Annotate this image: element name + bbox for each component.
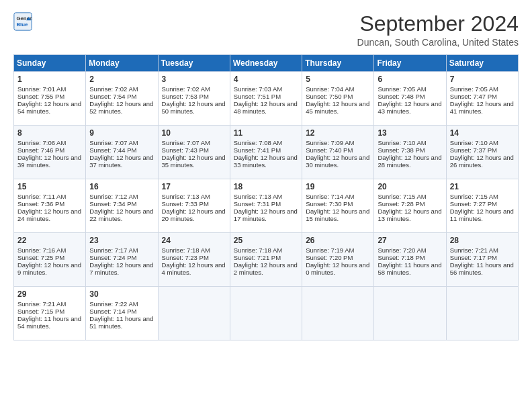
daylight: Daylight: 12 hours and 15 minutes. (306, 208, 369, 222)
calendar-cell: 10Sunrise: 7:07 AMSunset: 7:43 PMDayligh… (158, 126, 230, 179)
sunrise: Sunrise: 7:03 AM (234, 85, 282, 93)
sunrise: Sunrise: 7:14 AM (306, 193, 354, 200)
calendar-cell: 24Sunrise: 7:18 AMSunset: 7:23 PMDayligh… (158, 233, 230, 287)
daylight: Daylight: 12 hours and 54 minutes. (17, 100, 81, 115)
sunset: Sunset: 7:33 PM (162, 200, 209, 208)
daylight: Daylight: 11 hours and 51 minutes. (89, 315, 153, 330)
month-title: September 2024 (357, 12, 519, 36)
day-number: 27 (378, 236, 442, 245)
day-number: 10 (162, 128, 226, 138)
sunrise: Sunrise: 7:17 AM (89, 246, 138, 254)
day-number: 18 (234, 182, 298, 191)
calendar-cell: 29Sunrise: 7:21 AMSunset: 7:15 PMDayligh… (14, 287, 86, 340)
calendar-table: SundayMondayTuesdayWednesdayThursdayFrid… (13, 54, 519, 340)
day-number: 13 (378, 128, 442, 138)
sunrise: Sunrise: 7:18 AM (234, 246, 282, 254)
calendar-cell (302, 287, 374, 340)
sunrise: Sunrise: 7:06 AM (17, 139, 66, 146)
day-number: 23 (89, 236, 154, 245)
calendar-cell: 2Sunrise: 7:02 AMSunset: 7:54 PMDaylight… (86, 72, 158, 126)
sunrise: Sunrise: 7:07 AM (89, 139, 138, 146)
sunset: Sunset: 7:18 PM (378, 254, 425, 261)
day-number: 15 (17, 182, 82, 191)
sunset: Sunset: 7:30 PM (306, 200, 353, 208)
calendar-cell: 7Sunrise: 7:05 AMSunset: 7:47 PMDaylight… (446, 72, 518, 126)
calendar-header-saturday: Saturday (446, 55, 518, 72)
sunrise: Sunrise: 7:05 AM (378, 85, 426, 93)
calendar-cell (446, 287, 518, 340)
sunrise: Sunrise: 7:10 AM (378, 139, 426, 146)
sunset: Sunset: 7:28 PM (378, 200, 425, 208)
sunrise: Sunrise: 7:15 AM (378, 193, 426, 200)
sunset: Sunset: 7:50 PM (306, 93, 353, 100)
calendar-week-row: 22Sunrise: 7:16 AMSunset: 7:25 PMDayligh… (14, 233, 519, 287)
daylight: Daylight: 12 hours and 2 minutes. (234, 261, 298, 276)
sunrise: Sunrise: 7:15 AM (450, 193, 498, 200)
sunrise: Sunrise: 7:13 AM (234, 193, 282, 200)
daylight: Daylight: 12 hours and 11 minutes. (450, 208, 514, 222)
calendar-header-thursday: Thursday (302, 55, 374, 72)
calendar-header-wednesday: Wednesday (230, 55, 302, 72)
calendar-cell: 16Sunrise: 7:12 AMSunset: 7:34 PMDayligh… (86, 179, 158, 233)
calendar-cell (230, 287, 302, 340)
sunrise: Sunrise: 7:01 AM (17, 85, 66, 93)
daylight: Daylight: 12 hours and 4 minutes. (162, 261, 226, 276)
day-number: 26 (306, 236, 370, 245)
daylight: Daylight: 12 hours and 13 minutes. (378, 208, 441, 222)
sunset: Sunset: 7:25 PM (17, 254, 64, 261)
day-number: 19 (306, 182, 370, 191)
calendar-header-sunday: Sunday (14, 55, 86, 72)
daylight: Daylight: 12 hours and 45 minutes. (306, 100, 369, 115)
sunrise: Sunrise: 7:07 AM (162, 139, 210, 146)
location-subtitle: Duncan, South Carolina, United States (357, 37, 519, 48)
day-number: 5 (306, 75, 370, 84)
daylight: Daylight: 12 hours and 30 minutes. (306, 154, 369, 169)
calendar-cell: 21Sunrise: 7:15 AMSunset: 7:27 PMDayligh… (446, 179, 518, 233)
sunrise: Sunrise: 7:02 AM (89, 85, 138, 93)
sunrise: Sunrise: 7:11 AM (17, 193, 66, 200)
sunset: Sunset: 7:31 PM (234, 200, 281, 208)
daylight: Daylight: 12 hours and 28 minutes. (378, 154, 441, 169)
day-number: 25 (234, 236, 298, 245)
daylight: Daylight: 12 hours and 52 minutes. (89, 100, 153, 115)
day-number: 4 (234, 75, 298, 84)
calendar-week-row: 1Sunrise: 7:01 AMSunset: 7:55 PMDaylight… (14, 72, 519, 126)
daylight: Daylight: 12 hours and 50 minutes. (162, 100, 226, 115)
day-number: 21 (450, 182, 515, 191)
calendar-cell: 13Sunrise: 7:10 AMSunset: 7:38 PMDayligh… (374, 126, 446, 179)
sunrise: Sunrise: 7:21 AM (17, 300, 66, 308)
daylight: Daylight: 12 hours and 39 minutes. (17, 154, 81, 169)
sunset: Sunset: 7:20 PM (306, 254, 353, 261)
sunset: Sunset: 7:40 PM (306, 146, 353, 154)
logo-icon: General Blue (13, 12, 32, 31)
calendar-cell: 1Sunrise: 7:01 AMSunset: 7:55 PMDaylight… (14, 72, 86, 126)
calendar-week-row: 29Sunrise: 7:21 AMSunset: 7:15 PMDayligh… (14, 287, 519, 340)
day-number: 11 (234, 128, 298, 138)
calendar-cell: 28Sunrise: 7:21 AMSunset: 7:17 PMDayligh… (446, 233, 518, 287)
calendar-cell (374, 287, 446, 340)
sunset: Sunset: 7:23 PM (162, 254, 209, 261)
calendar-body: 1Sunrise: 7:01 AMSunset: 7:55 PMDaylight… (14, 72, 519, 340)
sunset: Sunset: 7:44 PM (89, 146, 136, 154)
calendar-cell: 20Sunrise: 7:15 AMSunset: 7:28 PMDayligh… (374, 179, 446, 233)
calendar-header-friday: Friday (374, 55, 446, 72)
sunset: Sunset: 7:36 PM (17, 200, 64, 208)
calendar-cell: 4Sunrise: 7:03 AMSunset: 7:51 PMDaylight… (230, 72, 302, 126)
daylight: Daylight: 12 hours and 0 minutes. (306, 261, 369, 276)
calendar-cell: 12Sunrise: 7:09 AMSunset: 7:40 PMDayligh… (302, 126, 374, 179)
sunrise: Sunrise: 7:05 AM (450, 85, 498, 93)
calendar-page: General Blue September 2024 Duncan, Sout… (0, 0, 532, 411)
day-number: 30 (89, 289, 154, 299)
sunrise: Sunrise: 7:02 AM (162, 85, 210, 93)
day-number: 9 (89, 128, 154, 138)
calendar-cell: 27Sunrise: 7:20 AMSunset: 7:18 PMDayligh… (374, 233, 446, 287)
calendar-cell: 17Sunrise: 7:13 AMSunset: 7:33 PMDayligh… (158, 179, 230, 233)
calendar-cell (158, 287, 230, 340)
sunrise: Sunrise: 7:04 AM (306, 85, 354, 93)
sunset: Sunset: 7:37 PM (450, 146, 497, 154)
calendar-cell: 3Sunrise: 7:02 AMSunset: 7:53 PMDaylight… (158, 72, 230, 126)
day-number: 1 (17, 75, 82, 84)
title-block: September 2024 Duncan, South Carolina, U… (357, 12, 519, 48)
calendar-cell: 6Sunrise: 7:05 AMSunset: 7:48 PMDaylight… (374, 72, 446, 126)
sunrise: Sunrise: 7:10 AM (450, 139, 498, 146)
